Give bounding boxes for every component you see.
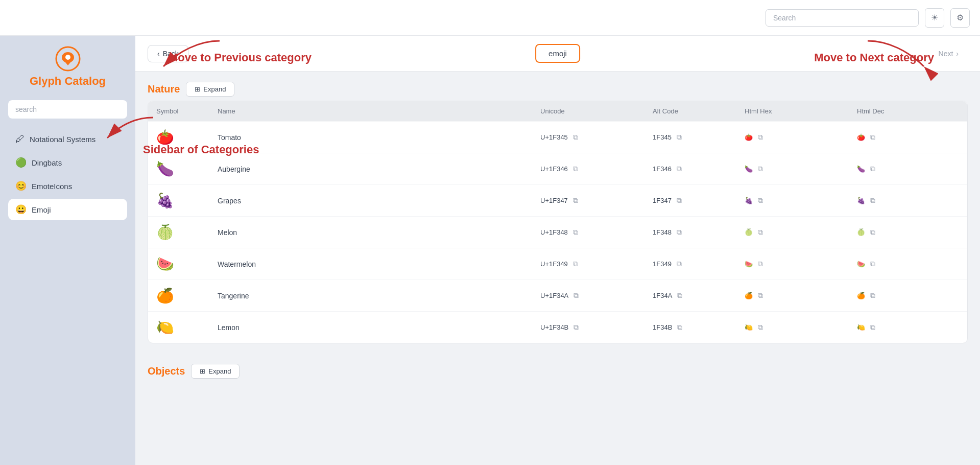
htmlhex-cell-3: 🍈 ⧉ [745, 227, 857, 238]
search-input[interactable] [766, 9, 919, 27]
copy-htmldec-0[interactable]: ⧉ [869, 132, 876, 143]
htmlhex-cell-4: 🍉 ⧉ [745, 259, 857, 269]
search-container [766, 9, 919, 27]
col-altcode: Alt Code [653, 107, 745, 115]
copy-altcode-1[interactable]: ⧉ [676, 164, 683, 174]
expand-plus-icon: ⊞ [195, 85, 200, 93]
back-button[interactable]: ‹ Back [148, 45, 188, 62]
htmldec-cell-3: 🍈 ⧉ [857, 227, 959, 238]
copy-unicode-3[interactable]: ⧉ [572, 227, 579, 238]
next-button[interactable]: Next › [929, 45, 968, 62]
sidebar-items-container: 🖊 Notational Systems 🟢 Dingbats 😊 EmoteI… [8, 129, 127, 222]
altcode-cell-3: 1F348 ⧉ [653, 227, 745, 238]
logo-icon [55, 46, 81, 72]
sidebar-item-icon-notational-systems: 🖊 [15, 134, 25, 145]
htmlhex-cell-2: 🍇 ⧉ [745, 195, 857, 206]
glyph-symbol-6: 🍋 [156, 319, 218, 336]
copy-unicode-0[interactable]: ⧉ [572, 132, 579, 143]
unicode-cell-1: U+1F346 ⧉ [540, 164, 653, 174]
nature-section-header: Nature ⊞ Expand [148, 82, 968, 97]
table-row: 🍆 Aubergine U+1F346 ⧉ 1F346 ⧉ 🍆 ⧉ 🍆 ⧉ [148, 153, 967, 184]
sidebar-item-icon-dingbats: 🟢 [15, 157, 27, 168]
altcode-cell-6: 1F34B ⧉ [653, 322, 745, 333]
theme-toggle-button[interactable]: ☀ [925, 8, 944, 28]
sidebar-item-label-notational-systems: Notational Systems [30, 135, 95, 144]
copy-altcode-5[interactable]: ⧉ [676, 290, 683, 301]
copy-htmlhex-4[interactable]: ⧉ [757, 259, 764, 269]
glyph-name-2: Grapes [218, 197, 540, 205]
table-row: 🍊 Tangerine U+1F34A ⧉ 1F34A ⧉ 🍊 ⧉ 🍊 ⧉ [148, 280, 967, 311]
htmlhex-cell-6: 🍋 ⧉ [745, 322, 857, 333]
copy-altcode-3[interactable]: ⧉ [676, 227, 683, 238]
sidebar-item-emoji[interactable]: 😀 Emoji [8, 199, 127, 220]
back-label: Back [163, 50, 179, 58]
htmlhex-cell-5: 🍊 ⧉ [745, 290, 857, 301]
back-chevron-icon: ‹ [157, 50, 160, 58]
unicode-cell-0: U+1F345 ⧉ [540, 132, 653, 143]
copy-unicode-4[interactable]: ⧉ [572, 259, 579, 269]
sidebar-title: Glyph Catalog [30, 75, 106, 88]
copy-htmlhex-0[interactable]: ⧉ [757, 132, 764, 143]
copy-htmlhex-6[interactable]: ⧉ [757, 322, 764, 333]
copy-altcode-0[interactable]: ⧉ [676, 132, 683, 143]
htmlhex-cell-1: 🍆 ⧉ [745, 164, 857, 174]
table-row: 🍈 Melon U+1F348 ⧉ 1F348 ⧉ 🍈 ⧉ 🍈 ⧉ [148, 216, 967, 248]
col-name: Name [218, 107, 540, 115]
header: ☀ ⚙ [0, 0, 980, 36]
copy-unicode-2[interactable]: ⧉ [572, 195, 579, 206]
copy-htmlhex-2[interactable]: ⧉ [757, 195, 764, 206]
copy-htmldec-5[interactable]: ⧉ [869, 290, 876, 301]
htmlhex-cell-0: 🍅 ⧉ [745, 132, 857, 143]
copy-htmldec-1[interactable]: ⧉ [869, 164, 876, 174]
settings-icon: ⚙ [957, 13, 964, 22]
copy-htmlhex-3[interactable]: ⧉ [757, 227, 764, 238]
glyph-name-6: Lemon [218, 323, 540, 332]
table-body: 🍅 Tomato U+1F345 ⧉ 1F345 ⧉ 🍅 ⧉ 🍅 ⧉ 🍆 Aub… [148, 121, 967, 343]
altcode-cell-0: 1F345 ⧉ [653, 132, 745, 143]
copy-htmldec-2[interactable]: ⧉ [869, 195, 876, 206]
col-symbol: Symbol [156, 107, 218, 115]
copy-altcode-6[interactable]: ⧉ [676, 322, 683, 333]
category-badge: emoji [535, 44, 580, 63]
htmldec-cell-5: 🍊 ⧉ [857, 290, 959, 301]
expand-label: Expand [203, 85, 226, 93]
theme-icon: ☀ [931, 13, 938, 22]
objects-section-header: Objects ⊞ Expand [148, 356, 968, 379]
objects-expand-button[interactable]: ⊞ Expand [191, 364, 240, 379]
copy-htmldec-4[interactable]: ⧉ [869, 259, 876, 269]
category-badge-text: emoji [548, 49, 567, 58]
copy-unicode-1[interactable]: ⧉ [572, 164, 579, 174]
next-label: Next [939, 50, 953, 58]
sidebar-item-emotelcons[interactable]: 😊 EmoteIcons [8, 175, 127, 197]
copy-htmlhex-1[interactable]: ⧉ [757, 164, 764, 174]
unicode-cell-2: U+1F347 ⧉ [540, 195, 653, 206]
sidebar-item-dingbats[interactable]: 🟢 Dingbats [8, 152, 127, 173]
next-chevron-icon: › [956, 50, 959, 58]
glyph-symbol-5: 🍊 [156, 287, 218, 304]
table-row: 🍅 Tomato U+1F345 ⧉ 1F345 ⧉ 🍅 ⧉ 🍅 ⧉ [148, 121, 967, 153]
copy-htmlhex-5[interactable]: ⧉ [757, 290, 764, 301]
glyph-symbol-0: 🍅 [156, 129, 218, 146]
main-layout: Glyph Catalog 🖊 Notational Systems 🟢 Din… [0, 36, 980, 465]
unicode-cell-4: U+1F349 ⧉ [540, 259, 653, 269]
settings-button[interactable]: ⚙ [950, 8, 970, 28]
col-htmlhex: Html Hex [745, 107, 857, 115]
sidebar-search-input[interactable] [8, 100, 127, 119]
copy-htmldec-6[interactable]: ⧉ [869, 322, 876, 333]
nature-expand-button[interactable]: ⊞ Expand [186, 82, 234, 97]
copy-htmldec-3[interactable]: ⧉ [869, 227, 876, 238]
sidebar-item-notational-systems[interactable]: 🖊 Notational Systems [8, 129, 127, 150]
copy-unicode-5[interactable]: ⧉ [572, 290, 580, 301]
objects-expand-label: Expand [208, 367, 231, 375]
copy-unicode-6[interactable]: ⧉ [572, 322, 580, 333]
table-row: 🍋 Lemon U+1F34B ⧉ 1F34B ⧉ 🍋 ⧉ 🍋 ⧉ [148, 311, 967, 343]
altcode-cell-2: 1F347 ⧉ [653, 195, 745, 206]
sidebar-item-label-emoji: Emoji [32, 205, 51, 214]
altcode-cell-4: 1F349 ⧉ [653, 259, 745, 269]
glyph-symbol-1: 🍆 [156, 160, 218, 177]
sidebar: Glyph Catalog 🖊 Notational Systems 🟢 Din… [0, 36, 135, 465]
nature-section-title: Nature [148, 83, 180, 95]
copy-altcode-2[interactable]: ⧉ [676, 195, 683, 206]
copy-altcode-4[interactable]: ⧉ [676, 259, 683, 269]
sidebar-item-label-dingbats: Dingbats [32, 158, 62, 167]
